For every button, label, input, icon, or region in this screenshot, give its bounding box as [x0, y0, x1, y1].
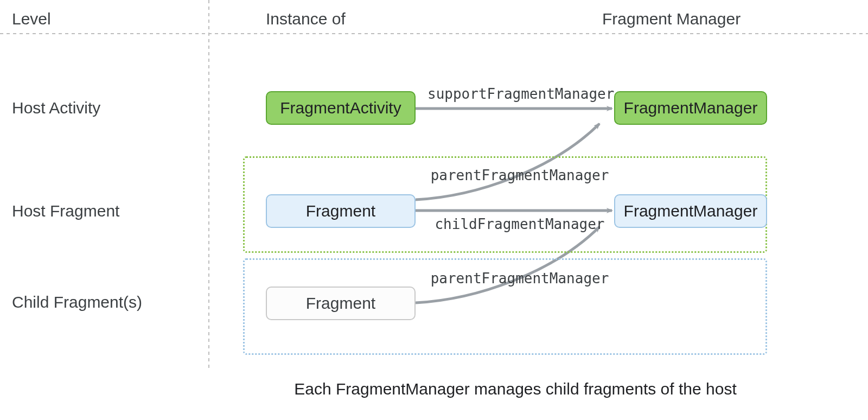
node-fragment-host: Fragment: [266, 194, 416, 228]
label-parent-fragment-manager-2: parentFragmentManager: [427, 270, 612, 287]
caption: Each FragmentManager manages child fragm…: [260, 380, 770, 398]
header-fragment-manager: Fragment Manager: [602, 10, 741, 28]
row-host-activity: Host Activity: [12, 99, 100, 117]
node-fragment-activity: FragmentActivity: [266, 91, 416, 125]
header-level: Level: [12, 10, 51, 28]
diagram-stage: Level Instance of Fragment Manager Host …: [0, 0, 868, 420]
node-fragment-child: Fragment: [266, 287, 416, 320]
node-fragment-manager-activity: FragmentManager: [614, 91, 767, 125]
row-host-fragment: Host Fragment: [12, 202, 119, 220]
label-parent-fragment-manager-1: parentFragmentManager: [427, 167, 612, 183]
label-support-fragment-manager: supportFragmentManager: [427, 86, 612, 102]
label-child-fragment-manager: childFragmentManager: [427, 216, 612, 232]
node-fragment-manager-host: FragmentManager: [614, 194, 767, 228]
header-instance-of: Instance of: [266, 10, 346, 28]
row-child-fragments: Child Fragment(s): [12, 293, 142, 311]
